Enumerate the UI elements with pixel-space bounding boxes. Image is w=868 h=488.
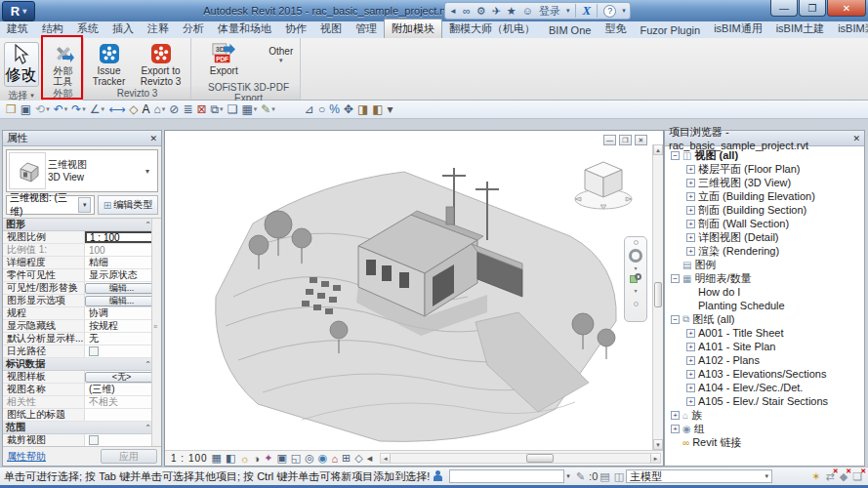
view-close-icon[interactable]: ✕ (635, 135, 647, 145)
expand-plus-icon[interactable]: + (686, 356, 695, 365)
property-value[interactable]: 不相关 (85, 395, 161, 409)
scroll-right-icon[interactable]: ► (650, 454, 660, 463)
close-button[interactable]: ✕ (827, 0, 866, 17)
expand-plus-icon[interactable]: + (671, 425, 680, 433)
tree-item[interactable]: +A105 - Elev./ Stair Sections (665, 394, 864, 408)
chevron-down-icon[interactable]: ▾ (566, 472, 570, 480)
tab-协作[interactable]: 协作 (278, 20, 313, 38)
chevron-down-icon[interactable]: ▾ (634, 264, 637, 271)
expand-plus-icon[interactable]: + (686, 179, 695, 187)
expand-plus-icon[interactable]: + (686, 192, 695, 201)
tree-item[interactable]: +A103 - Elevations/Sections (665, 367, 864, 381)
sign-in-label[interactable]: 登录 (539, 4, 560, 19)
unlocked-3d-view-icon[interactable]: ◎ (305, 452, 314, 465)
tree-item[interactable]: +三维视图 (3D View) (665, 176, 864, 189)
tab-分析[interactable]: 分析 (176, 20, 211, 38)
apply-button[interactable]: 应用 (101, 449, 157, 464)
section-icon[interactable]: ⊘ (169, 102, 179, 116)
collapse-minus-icon[interactable]: − (671, 315, 680, 324)
favorites-star-icon[interactable]: ★ (507, 5, 517, 18)
tree-item[interactable]: −⧉图纸 (all) (665, 312, 864, 326)
tree-item[interactable]: −◫视图 (all) (665, 148, 864, 162)
relinquish-icon[interactable]: ◆✕ (840, 470, 847, 483)
tab-Fuzor Plugin[interactable]: Fuzor Plugin (633, 22, 707, 38)
property-value[interactable]: 无 (85, 332, 161, 346)
worksets-icon[interactable]: ✶ (811, 470, 820, 483)
visual-style-icon[interactable]: ◧ (226, 452, 235, 465)
tree-item[interactable]: +⌂族 (665, 408, 864, 422)
tree-item[interactable]: −▦明细表/数量 (665, 271, 864, 285)
chevron-down-icon[interactable]: ▾ (634, 287, 637, 294)
property-section-范围[interactable]: 范围⌃ (3, 422, 161, 434)
shadows-icon[interactable]: ◑ (254, 453, 261, 465)
communication-center-icon[interactable]: ✈ (492, 5, 501, 18)
copy-icon[interactable]: ❏ (227, 102, 238, 116)
property-section-图形[interactable]: 图形⌃ (3, 219, 161, 231)
minimize-button[interactable]: — (770, 0, 798, 17)
keytips-wrench-icon[interactable]: ⚙ (476, 5, 486, 18)
close-hidden-windows-icon[interactable]: ⊠ (196, 102, 206, 116)
scale-icon[interactable]: ⊿ (305, 102, 314, 116)
tab-型免[interactable]: 型免 (598, 20, 633, 38)
property-value[interactable]: 协调 (85, 306, 161, 320)
close-icon[interactable]: ✕ (149, 134, 157, 143)
property-value[interactable]: 显示原状态 (85, 268, 161, 282)
customize-qat-icon[interactable]: ▾ (388, 102, 393, 116)
tab-isBIM通用[interactable]: isBIM通用 (707, 20, 769, 38)
tree-item[interactable]: +详图视图 (Detail) (665, 230, 864, 244)
worksharing-display-icon[interactable]: ▤ (599, 470, 609, 483)
collapse-minus-icon[interactable]: − (671, 151, 680, 160)
circle-icon[interactable]: ○ (318, 102, 325, 116)
save-icon[interactable]: ▣ (21, 102, 31, 116)
tree-item[interactable]: ▤图例 (665, 258, 864, 271)
tree-item[interactable]: +A102 - Plans (665, 353, 864, 367)
expand-plus-icon[interactable]: + (686, 397, 695, 406)
issue-tracker-button[interactable]: Issue Tracker (87, 40, 132, 87)
design-option-select[interactable]: 主模型 ▾ (626, 469, 772, 483)
tab-管理[interactable]: 管理 (349, 20, 384, 38)
match-type-icon[interactable]: ✎▾ (261, 102, 275, 116)
tab-系统[interactable]: 系统 (70, 20, 105, 38)
tab-isBIM装饰[interactable]: isBIM装饰 (831, 20, 868, 38)
editing-requests[interactable]: ✎ :0 (574, 470, 598, 483)
tab-翻模大师（机电）[interactable]: 翻模大师（机电） (442, 20, 542, 38)
sun-path-icon[interactable]: ☼ (239, 453, 249, 465)
property-value[interactable]: (三维) (85, 383, 161, 396)
tab-体量和场地[interactable]: 体量和场地 (211, 20, 278, 38)
tree-item[interactable]: +剖面 (Building Section) (665, 203, 864, 217)
tree-item[interactable]: +A001 - Title Sheet (665, 326, 864, 340)
expand-plus-icon[interactable]: + (686, 206, 695, 215)
scroll-up-icon[interactable]: ▲ (653, 144, 663, 155)
crop-view-icon[interactable]: ▣ (276, 452, 286, 465)
view-scale[interactable]: 1 : 100 (171, 453, 208, 464)
external-panel-label[interactable]: 外部 (43, 87, 83, 101)
tree-item[interactable]: +剖面 (Wall Section) (665, 217, 864, 230)
property-value[interactable]: 精细 (85, 256, 161, 269)
detail-level-icon[interactable]: ▦ (212, 452, 222, 465)
expand-plus-icon[interactable]: + (671, 411, 680, 420)
tab-视图[interactable]: 视图 (313, 20, 349, 38)
view-selector-combobox[interactable]: 三维视图: (三维) ▾ (6, 195, 95, 215)
default-3d-view-icon[interactable]: ⌂▾ (154, 102, 166, 116)
edit-button[interactable]: <无> (85, 372, 158, 383)
workset-input[interactable] (449, 469, 564, 483)
expand-plus-icon[interactable]: + (686, 343, 695, 351)
property-value[interactable]: 按规程 (85, 319, 161, 333)
property-value[interactable]: 100 (85, 245, 161, 256)
view-minimize-icon[interactable]: — (603, 135, 616, 145)
exchange-apps-icon[interactable]: X (582, 3, 591, 19)
tab-注释[interactable]: 注释 (141, 20, 176, 38)
vertical-scrollbar[interactable]: ▲ ▼ (652, 144, 663, 450)
type-selector[interactable]: 三维视图 3D View ▾ (6, 149, 158, 192)
chevron-down-icon[interactable]: ▾ (566, 7, 570, 15)
tree-item[interactable]: ∞Revit 链接 (665, 435, 864, 449)
expand-plus-icon[interactable]: + (686, 165, 695, 174)
view-restore-icon[interactable]: ❐ (619, 135, 632, 145)
revizto-panel-label[interactable]: Revizto 3 (84, 87, 190, 100)
export-to-revizto-button[interactable]: Export to Revizto 3 (134, 40, 188, 87)
search-binoculars-icon[interactable]: ∞ (463, 5, 471, 17)
tag-by-category-icon[interactable]: ◇ (129, 102, 138, 116)
analytical-model-icon[interactable]: ◇ (354, 452, 362, 465)
navigation-bar[interactable]: ▾ ▾ (624, 236, 647, 322)
viewcube[interactable] (571, 154, 636, 215)
